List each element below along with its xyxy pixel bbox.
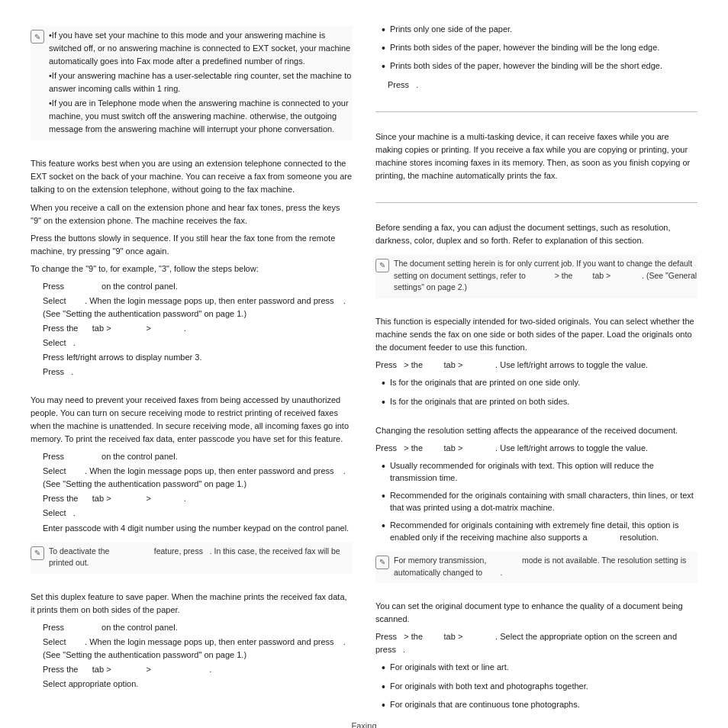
bullet-dot-11: • [382, 698, 385, 712]
step-arrows: Press left/right arrows to display numbe… [43, 351, 353, 364]
duplex-option-2: Prints both sides of the paper, however … [390, 41, 659, 54]
note-icon-4: ✎ [375, 556, 389, 569]
resolution-bullet-2: • Recommended for the originals containi… [382, 489, 697, 514]
duplex-steps: Press on the control panel. Select . Whe… [43, 621, 353, 692]
secure-para: You may need to prevent your received fa… [31, 394, 353, 446]
duplex-option-3: Prints both sides of the paper, however … [390, 60, 662, 72]
bullet-dot-7: • [382, 489, 385, 503]
resolution-note: For memory transmission, mode is not ava… [394, 555, 697, 579]
busy-para: Since your machine is a multi-tasking de… [375, 130, 697, 182]
duplex-step-4: Select appropriate option. [43, 678, 353, 691]
secure-steps: Press on the control panel. Select . Whe… [43, 450, 353, 536]
ext-tel-steps: Press on the control panel. Select . Whe… [43, 280, 353, 380]
duplex-bullet-1: • Prints only one side of the paper. [382, 23, 697, 37]
orig-type-option-1: For originals with text or line art. [390, 661, 509, 674]
duplex-send-option-2: Is for the originals that are printed on… [390, 395, 569, 408]
note-box-doc-settings: ✎ The document setting herein is for onl… [375, 255, 697, 298]
bullet-dot-10: • [382, 680, 385, 694]
doc-settings-note: The document setting herein is for only … [394, 258, 697, 294]
doc-settings-para: Before sending a fax, you can adjust the… [375, 221, 697, 247]
bullet-1: •If you have set your machine to this mo… [49, 29, 353, 68]
bullet-dot-5: • [382, 395, 385, 409]
ext-tel-para1: This feature works best when you are usi… [31, 157, 353, 196]
note-icon-2: ✎ [31, 546, 44, 560]
step-select-1: Select . When the login message pops up,… [43, 295, 353, 321]
duplex-bullet-2: • Prints both sides of the paper, howeve… [382, 41, 697, 55]
orig-type-press: Press > the tab > . Select the appropria… [375, 630, 697, 656]
section-extension-telephone: This feature works best when you are usi… [31, 157, 353, 380]
bullet-2: •If your answering machine has a user-se… [49, 69, 353, 95]
resolution-bullet-3: • Recommended for originals containing w… [382, 519, 697, 544]
bullet-dot-8: • [382, 519, 385, 533]
footer: Faxing [0, 721, 728, 728]
orig-type-bullet-1: • For originals with text or line art. [382, 661, 697, 675]
duplex-press: Press . [388, 79, 697, 92]
ext-tel-para2: When you receive a call on the extension… [31, 201, 353, 227]
ext-tel-para4: To change the "9" to, for example, "3", … [31, 263, 353, 275]
bullet-dot-1: • [382, 23, 385, 37]
orig-type-para: You can set the original document type t… [375, 600, 697, 626]
secure-step-1: Press on the control panel. [43, 450, 353, 463]
resolution-bullet-1: • Usually recommended for originals with… [382, 459, 697, 485]
bullet-dot-6: • [382, 459, 385, 473]
footer-label: Faxing [351, 721, 376, 728]
section-resolution: Changing the resolution setting affects … [375, 424, 697, 587]
note-icon-1: ✎ [31, 30, 44, 43]
section-original-type: You can set the original document type t… [375, 600, 697, 714]
resolution-press: Press > the tab > . Use left/right arrow… [375, 442, 697, 455]
secure-step-3: Press the tab > > . [43, 492, 353, 505]
ext-tel-para3: Press the buttons slowly in sequence. If… [31, 232, 353, 258]
duplex-step-3: Press the tab > > . [43, 663, 353, 676]
note-box-answering: ✎ •If you have set your machine to this … [31, 26, 353, 140]
divider-2 [375, 202, 697, 203]
section-duplex-send: This function is especially intended for… [375, 315, 697, 411]
orig-type-option-2: For originals with both text and photogr… [390, 680, 588, 693]
resolution-option-3: Recommended for originals containing wit… [390, 519, 697, 544]
secure-step-2: Select . When the login message pops up,… [43, 465, 353, 491]
right-column: • Prints only one side of the paper. • P… [375, 23, 697, 714]
section-answering-machine: ✎ •If you have set your machine to this … [31, 23, 353, 143]
duplex-step-2: Select . When the login message pops up,… [43, 636, 353, 662]
note-bullets: •If you have set your machine to this mo… [49, 29, 353, 137]
step-press-1: Press on the control panel. [43, 280, 353, 293]
duplex-para: Set this duplex feature to save paper. W… [31, 591, 353, 617]
section-receiving-while-busy: Since your machine is a multi-tasking de… [375, 130, 697, 184]
bullet-dot-9: • [382, 661, 385, 675]
step-select-2: Select . [43, 337, 353, 350]
divider-1 [375, 111, 697, 112]
orig-type-option-3: For originals that are continuous tone p… [390, 698, 580, 711]
duplex-send-option-1: Is for the originals that are printed on… [390, 376, 580, 389]
duplex-option-1: Prints only one side of the paper. [390, 23, 512, 36]
note-icon-3: ✎ [375, 259, 389, 272]
secure-note: To deactivate the feature, press . In th… [49, 546, 353, 570]
step-press-tab-1: Press the tab > > . [43, 322, 353, 335]
secure-step-5: Enter passcode with 4 digit number using… [43, 522, 353, 535]
duplex-step-1: Press on the control panel. [43, 621, 353, 634]
orig-type-bullet-2: • For originals with both text and photo… [382, 680, 697, 694]
step-press-2: Press . [43, 366, 353, 378]
secure-step-4: Select . [43, 507, 353, 520]
left-column: ✎ •If you have set your machine to this … [31, 23, 353, 714]
resolution-option-1: Usually recommended for originals with t… [390, 459, 697, 485]
resolution-option-2: Recommended for the originals containing… [390, 489, 697, 514]
section-document-settings: Before sending a fax, you can adjust the… [375, 221, 697, 301]
note-box-secure: ✎ To deactivate the feature, press . In … [31, 543, 353, 575]
section-duplex-print: Set this duplex feature to save paper. W… [31, 591, 353, 692]
duplex-send-para: This function is especially intended for… [375, 315, 697, 354]
duplex-send-bullet-1: • Is for the originals that are printed … [382, 376, 697, 390]
duplex-bullet-3: • Prints both sides of the paper, howeve… [382, 60, 697, 73]
duplex-send-press: Press > the tab > . Use left/right arrow… [375, 359, 697, 372]
bullet-3: •If you are in Telephone mode when the a… [49, 97, 353, 136]
duplex-send-bullet-2: • Is for the originals that are printed … [382, 395, 697, 409]
resolution-para: Changing the resolution setting affects … [375, 424, 697, 437]
bullet-dot-2: • [382, 41, 385, 55]
bullet-dot-4: • [382, 376, 385, 390]
orig-type-bullet-3: • For originals that are continuous tone… [382, 698, 697, 712]
section-duplex-options: • Prints only one side of the paper. • P… [375, 23, 697, 93]
note-box-resolution: ✎ For memory transmission, mode is not a… [375, 552, 697, 584]
section-secure-receiving: You may need to prevent your received fa… [31, 394, 353, 577]
bullet-dot-3: • [382, 60, 385, 73]
